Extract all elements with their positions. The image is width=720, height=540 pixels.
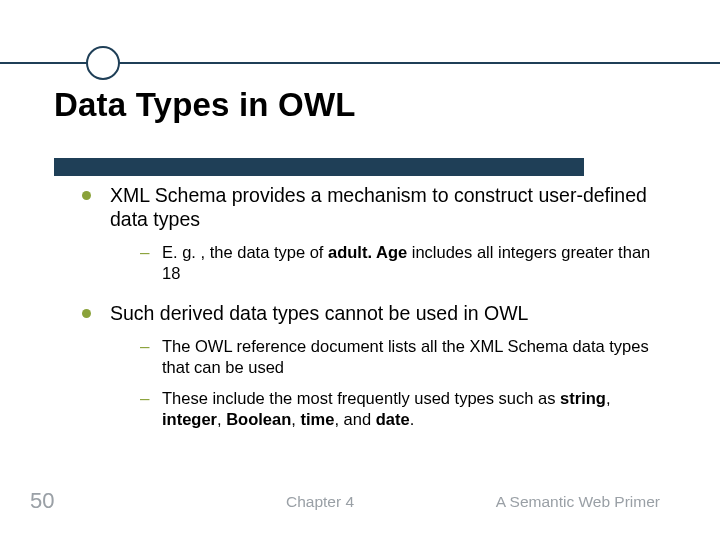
bullet-text: Such derived data types cannot be used i…: [110, 302, 528, 324]
footer-chapter: Chapter 4: [286, 493, 354, 511]
bold-text: date: [376, 410, 410, 428]
bold-text: adult. Age: [328, 243, 407, 261]
bold-text: time: [300, 410, 334, 428]
sub-bullet-text: ,: [217, 410, 226, 428]
sub-bullet-item: The OWL reference document lists all the…: [140, 336, 672, 378]
sub-bullet-text: These include the most frequently used t…: [162, 389, 560, 407]
sub-bullet-item: E. g. , the data type of adult. Age incl…: [140, 242, 672, 284]
bullet-item: XML Schema provides a mechanism to const…: [82, 184, 672, 284]
bold-text: integer: [162, 410, 217, 428]
bullet-item: Such derived data types cannot be used i…: [82, 302, 672, 430]
sub-bullet-text: E. g. , the data type of: [162, 243, 328, 261]
sub-bullet-text: ,: [606, 389, 611, 407]
sub-bullet-text: .: [410, 410, 415, 428]
page-number: 50: [30, 488, 54, 514]
title-rule-circle-icon: [86, 46, 120, 80]
bold-text: Boolean: [226, 410, 291, 428]
bullet-list: XML Schema provides a mechanism to const…: [82, 184, 672, 430]
sub-bullet-list: E. g. , the data type of adult. Age incl…: [140, 242, 672, 284]
slide-title: Data Types in OWL: [54, 86, 356, 124]
bold-text: string: [560, 389, 606, 407]
sub-bullet-list: The OWL reference document lists all the…: [140, 336, 672, 430]
slide-body: XML Schema provides a mechanism to const…: [82, 184, 672, 448]
bullet-text: XML Schema provides a mechanism to const…: [110, 184, 647, 230]
sub-bullet-text: , and: [334, 410, 375, 428]
sub-bullet-item: These include the most frequently used t…: [140, 388, 672, 430]
footer-booktitle: A Semantic Web Primer: [496, 493, 660, 511]
sub-bullet-text: The OWL reference document lists all the…: [162, 337, 649, 376]
slide-footer: 50 Chapter 4 A Semantic Web Primer: [0, 488, 720, 514]
slide: Data Types in OWL XML Schema provides a …: [0, 0, 720, 540]
accent-bar: [54, 158, 584, 176]
